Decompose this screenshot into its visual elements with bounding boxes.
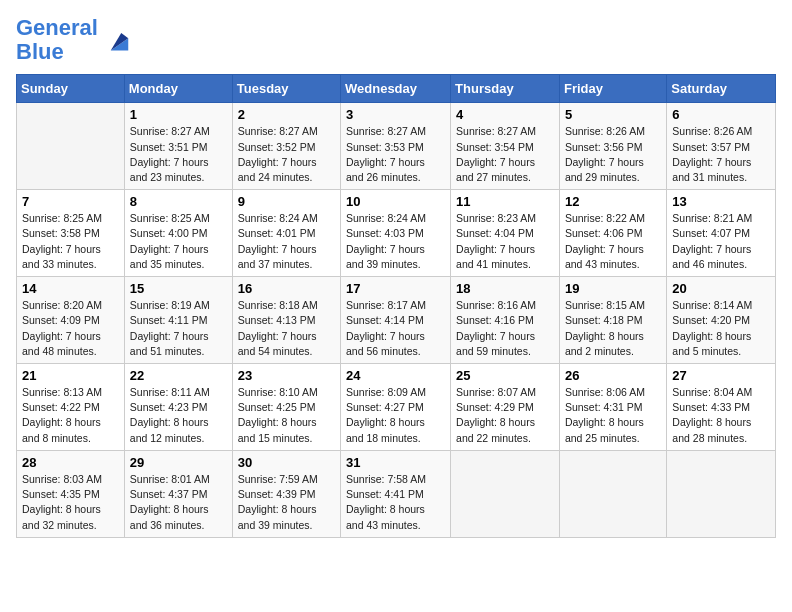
day-number: 14: [22, 281, 119, 296]
day-number: 28: [22, 455, 119, 470]
day-info: Sunrise: 8:14 AMSunset: 4:20 PMDaylight:…: [672, 298, 770, 359]
day-number: 7: [22, 194, 119, 209]
day-info: Sunrise: 8:16 AMSunset: 4:16 PMDaylight:…: [456, 298, 554, 359]
calendar-cell: 8Sunrise: 8:25 AMSunset: 4:00 PMDaylight…: [124, 190, 232, 277]
day-number: 24: [346, 368, 445, 383]
day-info: Sunrise: 8:27 AMSunset: 3:53 PMDaylight:…: [346, 124, 445, 185]
day-info: Sunrise: 8:13 AMSunset: 4:22 PMDaylight:…: [22, 385, 119, 446]
calendar-cell: 30Sunrise: 7:59 AMSunset: 4:39 PMDayligh…: [232, 450, 340, 537]
day-info: Sunrise: 8:23 AMSunset: 4:04 PMDaylight:…: [456, 211, 554, 272]
day-number: 12: [565, 194, 661, 209]
day-number: 9: [238, 194, 335, 209]
calendar-cell: 23Sunrise: 8:10 AMSunset: 4:25 PMDayligh…: [232, 364, 340, 451]
calendar-cell: 12Sunrise: 8:22 AMSunset: 4:06 PMDayligh…: [559, 190, 666, 277]
day-number: 4: [456, 107, 554, 122]
day-number: 21: [22, 368, 119, 383]
day-info: Sunrise: 8:07 AMSunset: 4:29 PMDaylight:…: [456, 385, 554, 446]
day-info: Sunrise: 8:18 AMSunset: 4:13 PMDaylight:…: [238, 298, 335, 359]
calendar-cell: 2Sunrise: 8:27 AMSunset: 3:52 PMDaylight…: [232, 103, 340, 190]
calendar-table: SundayMondayTuesdayWednesdayThursdayFrid…: [16, 74, 776, 537]
calendar-cell: 5Sunrise: 8:26 AMSunset: 3:56 PMDaylight…: [559, 103, 666, 190]
day-number: 17: [346, 281, 445, 296]
calendar-cell: 1Sunrise: 8:27 AMSunset: 3:51 PMDaylight…: [124, 103, 232, 190]
day-number: 30: [238, 455, 335, 470]
day-info: Sunrise: 8:20 AMSunset: 4:09 PMDaylight:…: [22, 298, 119, 359]
day-info: Sunrise: 8:22 AMSunset: 4:06 PMDaylight:…: [565, 211, 661, 272]
day-number: 19: [565, 281, 661, 296]
day-number: 16: [238, 281, 335, 296]
day-number: 29: [130, 455, 227, 470]
calendar-cell: 27Sunrise: 8:04 AMSunset: 4:33 PMDayligh…: [667, 364, 776, 451]
day-number: 20: [672, 281, 770, 296]
calendar-cell: 26Sunrise: 8:06 AMSunset: 4:31 PMDayligh…: [559, 364, 666, 451]
calendar-cell: 17Sunrise: 8:17 AMSunset: 4:14 PMDayligh…: [341, 277, 451, 364]
calendar-cell: 20Sunrise: 8:14 AMSunset: 4:20 PMDayligh…: [667, 277, 776, 364]
day-info: Sunrise: 8:27 AMSunset: 3:52 PMDaylight:…: [238, 124, 335, 185]
calendar-cell: 11Sunrise: 8:23 AMSunset: 4:04 PMDayligh…: [451, 190, 560, 277]
calendar-cell: 7Sunrise: 8:25 AMSunset: 3:58 PMDaylight…: [17, 190, 125, 277]
calendar-cell: 18Sunrise: 8:16 AMSunset: 4:16 PMDayligh…: [451, 277, 560, 364]
calendar-cell: 14Sunrise: 8:20 AMSunset: 4:09 PMDayligh…: [17, 277, 125, 364]
calendar-cell: 9Sunrise: 8:24 AMSunset: 4:01 PMDaylight…: [232, 190, 340, 277]
calendar-cell: [17, 103, 125, 190]
calendar-cell: 10Sunrise: 8:24 AMSunset: 4:03 PMDayligh…: [341, 190, 451, 277]
calendar-cell: [451, 450, 560, 537]
day-info: Sunrise: 7:59 AMSunset: 4:39 PMDaylight:…: [238, 472, 335, 533]
day-number: 3: [346, 107, 445, 122]
day-info: Sunrise: 8:06 AMSunset: 4:31 PMDaylight:…: [565, 385, 661, 446]
day-number: 8: [130, 194, 227, 209]
day-number: 1: [130, 107, 227, 122]
day-info: Sunrise: 8:21 AMSunset: 4:07 PMDaylight:…: [672, 211, 770, 272]
calendar-cell: 13Sunrise: 8:21 AMSunset: 4:07 PMDayligh…: [667, 190, 776, 277]
calendar-cell: 24Sunrise: 8:09 AMSunset: 4:27 PMDayligh…: [341, 364, 451, 451]
day-info: Sunrise: 7:58 AMSunset: 4:41 PMDaylight:…: [346, 472, 445, 533]
calendar-cell: 25Sunrise: 8:07 AMSunset: 4:29 PMDayligh…: [451, 364, 560, 451]
day-header-sunday: Sunday: [17, 75, 125, 103]
day-info: Sunrise: 8:26 AMSunset: 3:56 PMDaylight:…: [565, 124, 661, 185]
day-number: 11: [456, 194, 554, 209]
day-info: Sunrise: 8:27 AMSunset: 3:51 PMDaylight:…: [130, 124, 227, 185]
day-info: Sunrise: 8:09 AMSunset: 4:27 PMDaylight:…: [346, 385, 445, 446]
day-number: 22: [130, 368, 227, 383]
day-number: 2: [238, 107, 335, 122]
calendar-cell: [667, 450, 776, 537]
calendar-cell: 3Sunrise: 8:27 AMSunset: 3:53 PMDaylight…: [341, 103, 451, 190]
page-header: General Blue: [16, 16, 776, 64]
day-header-saturday: Saturday: [667, 75, 776, 103]
day-info: Sunrise: 8:03 AMSunset: 4:35 PMDaylight:…: [22, 472, 119, 533]
day-number: 5: [565, 107, 661, 122]
calendar-cell: 22Sunrise: 8:11 AMSunset: 4:23 PMDayligh…: [124, 364, 232, 451]
calendar-cell: 29Sunrise: 8:01 AMSunset: 4:37 PMDayligh…: [124, 450, 232, 537]
day-number: 31: [346, 455, 445, 470]
day-info: Sunrise: 8:17 AMSunset: 4:14 PMDaylight:…: [346, 298, 445, 359]
day-number: 15: [130, 281, 227, 296]
calendar-cell: 19Sunrise: 8:15 AMSunset: 4:18 PMDayligh…: [559, 277, 666, 364]
day-info: Sunrise: 8:15 AMSunset: 4:18 PMDaylight:…: [565, 298, 661, 359]
day-header-tuesday: Tuesday: [232, 75, 340, 103]
calendar-cell: 28Sunrise: 8:03 AMSunset: 4:35 PMDayligh…: [17, 450, 125, 537]
day-header-monday: Monday: [124, 75, 232, 103]
day-number: 13: [672, 194, 770, 209]
day-header-wednesday: Wednesday: [341, 75, 451, 103]
day-header-friday: Friday: [559, 75, 666, 103]
calendar-cell: 15Sunrise: 8:19 AMSunset: 4:11 PMDayligh…: [124, 277, 232, 364]
day-info: Sunrise: 8:25 AMSunset: 4:00 PMDaylight:…: [130, 211, 227, 272]
day-info: Sunrise: 8:10 AMSunset: 4:25 PMDaylight:…: [238, 385, 335, 446]
day-info: Sunrise: 8:24 AMSunset: 4:03 PMDaylight:…: [346, 211, 445, 272]
day-info: Sunrise: 8:24 AMSunset: 4:01 PMDaylight:…: [238, 211, 335, 272]
calendar-cell: 6Sunrise: 8:26 AMSunset: 3:57 PMDaylight…: [667, 103, 776, 190]
calendar-cell: 21Sunrise: 8:13 AMSunset: 4:22 PMDayligh…: [17, 364, 125, 451]
logo: General Blue: [16, 16, 130, 64]
logo-text: General Blue: [16, 16, 98, 64]
day-number: 26: [565, 368, 661, 383]
calendar-cell: 4Sunrise: 8:27 AMSunset: 3:54 PMDaylight…: [451, 103, 560, 190]
day-info: Sunrise: 8:19 AMSunset: 4:11 PMDaylight:…: [130, 298, 227, 359]
day-number: 25: [456, 368, 554, 383]
day-info: Sunrise: 8:04 AMSunset: 4:33 PMDaylight:…: [672, 385, 770, 446]
calendar-cell: 16Sunrise: 8:18 AMSunset: 4:13 PMDayligh…: [232, 277, 340, 364]
calendar-cell: 31Sunrise: 7:58 AMSunset: 4:41 PMDayligh…: [341, 450, 451, 537]
day-number: 18: [456, 281, 554, 296]
day-info: Sunrise: 8:26 AMSunset: 3:57 PMDaylight:…: [672, 124, 770, 185]
day-number: 23: [238, 368, 335, 383]
day-info: Sunrise: 8:27 AMSunset: 3:54 PMDaylight:…: [456, 124, 554, 185]
